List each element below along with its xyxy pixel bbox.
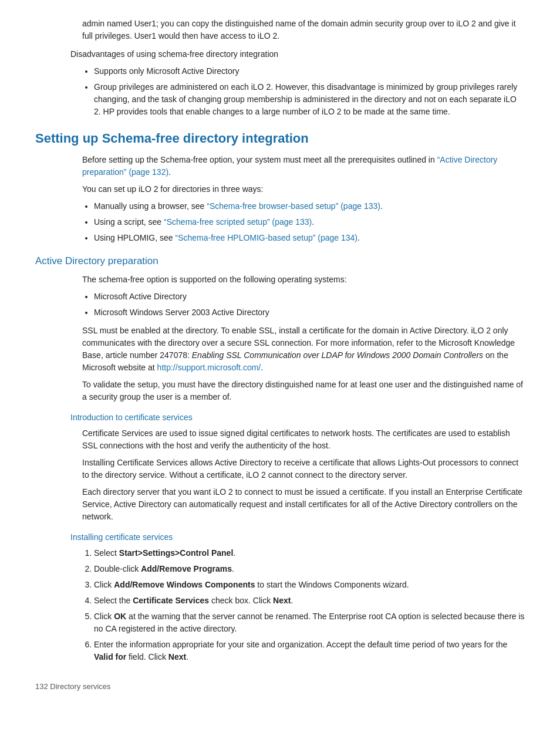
intro-para1: admin named User1; you can copy the dist… <box>82 18 525 42</box>
schema-free-hplomig-link[interactable]: “Schema-free HPLOMIG-based setup” (page … <box>176 233 357 242</box>
disadvantages-list: Supports only Microsoft Active Directory… <box>94 65 525 118</box>
intro-para1-text: admin named User1; you can copy the dist… <box>82 19 516 40</box>
section2-para2: SSL must be enabled at the directory. To… <box>82 325 525 374</box>
section1-title: Setting up Schema-free directory integra… <box>35 129 525 148</box>
schema-free-browser-link[interactable]: “Schema-free browser-based setup” (page … <box>207 201 380 211</box>
section1-para1: Before setting up the Schema-free option… <box>82 154 525 178</box>
section1-bullets: Manually using a browser, see “Schema-fr… <box>94 200 525 244</box>
list-item: Group privileges are administered on eac… <box>94 81 525 118</box>
section2-title: Active Directory preparation <box>35 254 525 269</box>
list-item: Select Start>Settings>Control Panel. <box>94 547 525 559</box>
schema-free-script-link[interactable]: “Schema-free scripted setup” (page 133) <box>164 217 312 227</box>
section2-para1: The schema-free option is supported on t… <box>82 274 525 286</box>
section2-para3: To validate the setup, you must have the… <box>82 379 525 403</box>
list-item: Manually using a browser, see “Schema-fr… <box>94 200 525 212</box>
list-item: Supports only Microsoft Active Directory <box>94 65 525 77</box>
list-item: Enter the information appropriate for yo… <box>94 639 525 663</box>
footer: 132 Directory services <box>35 681 525 693</box>
list-item: Microsoft Windows Server 2003 Active Dir… <box>94 306 525 319</box>
list-item: Microsoft Active Directory <box>94 291 525 303</box>
sub1-title: Introduction to certificate services <box>70 411 525 424</box>
sub2-title: Installing certificate services <box>70 531 525 544</box>
install-steps: Select Start>Settings>Control Panel.Doub… <box>94 547 525 663</box>
list-item: Using HPLOMIG, see “Schema-free HPLOMIG-… <box>94 232 525 244</box>
microsoft-link[interactable]: http://support.microsoft.com/ <box>157 363 261 372</box>
list-item: Double-click Add/Remove Programs. <box>94 563 525 575</box>
list-item: Using a script, see “Schema-free scripte… <box>94 216 525 228</box>
list-item: Click Add/Remove Windows Components to s… <box>94 579 525 591</box>
os-list: Microsoft Active Directory Microsoft Win… <box>94 291 525 319</box>
sub1-para1: Certificate Services are used to issue s… <box>82 427 525 452</box>
sub1-para3: Each directory server that you want iLO … <box>82 486 525 523</box>
list-item: Select the Certificate Services check bo… <box>94 595 525 607</box>
disadvantages-label: Disadvantages of using schema-free direc… <box>70 48 525 60</box>
section1-para2: You can set up iLO 2 for directories in … <box>82 183 525 195</box>
sub1-para2: Installing Certificate Services allows A… <box>82 457 525 481</box>
list-item: Click OK at the warning that the server … <box>94 610 525 635</box>
